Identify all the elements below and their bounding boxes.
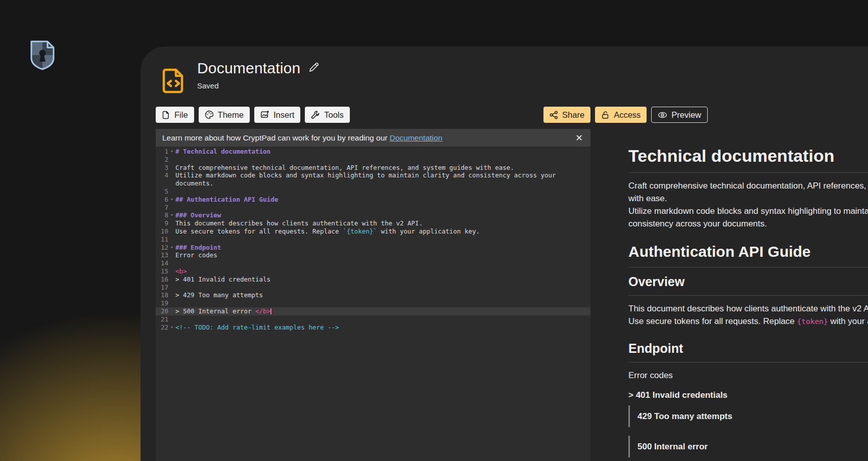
save-status: Saved bbox=[197, 81, 319, 90]
fold-gutter bbox=[168, 299, 175, 307]
fold-arrow-icon[interactable]: ▾ bbox=[168, 196, 175, 204]
editor-line[interactable]: 9This document describes how clients aut… bbox=[156, 219, 590, 227]
editor-line[interactable]: 17 bbox=[156, 284, 590, 292]
preview-heading: Endpoint bbox=[628, 341, 868, 356]
fold-arrow-icon[interactable]: ▾ bbox=[168, 324, 175, 332]
theme-button[interactable]: Theme bbox=[199, 107, 250, 123]
editor-line[interactable]: 10Use secure tokens for all requests. Re… bbox=[156, 227, 590, 236]
line-number: 5 bbox=[156, 188, 168, 196]
preview-paragraph: Error codes bbox=[628, 369, 868, 382]
fold-gutter bbox=[168, 179, 175, 188]
line-number: 11 bbox=[156, 236, 168, 244]
editor-line[interactable]: 8▾### Overview bbox=[156, 211, 590, 219]
file-button[interactable]: File bbox=[156, 107, 194, 123]
editor-line[interactable]: 13Error codes bbox=[156, 251, 590, 259]
fold-gutter bbox=[168, 315, 175, 324]
code-text: > 500 Internal error </b> bbox=[175, 307, 271, 315]
line-number: 16 bbox=[156, 275, 168, 284]
fold-gutter bbox=[168, 291, 175, 299]
page: { "colors": { "accent_button": "#fbd382"… bbox=[0, 0, 868, 461]
editor-line[interactable]: 20> 500 Internal error </b> bbox=[156, 307, 590, 315]
blockquote: 429 Too many attempts bbox=[628, 405, 868, 427]
code-editor[interactable]: 1▾# Technical documentation23Craft compr… bbox=[156, 147, 590, 461]
editor-line[interactable]: 3Craft comprehensive technical documenta… bbox=[156, 164, 590, 172]
code-text: documents. bbox=[175, 179, 213, 188]
tools-button[interactable]: Tools bbox=[305, 107, 350, 123]
editor-line[interactable]: 14 bbox=[156, 259, 590, 267]
wrench-icon bbox=[311, 110, 320, 119]
info-banner: Learn more about how CryptPad can work f… bbox=[156, 129, 590, 147]
code-text: ## Authentication API Guide bbox=[175, 196, 278, 204]
fold-gutter bbox=[168, 307, 175, 315]
fold-gutter bbox=[168, 204, 175, 212]
editor-line[interactable]: 15<b> bbox=[156, 267, 590, 275]
editor-line[interactable]: 7 bbox=[156, 204, 590, 212]
editor-line[interactable]: 6▾## Authentication API Guide bbox=[156, 196, 590, 204]
line-number: 22 bbox=[156, 324, 168, 332]
line-number: 7 bbox=[156, 204, 168, 212]
banner-text: Learn more about how CryptPad can work f… bbox=[162, 133, 390, 142]
divider bbox=[628, 295, 868, 296]
editor-line[interactable]: 21 bbox=[156, 315, 590, 324]
access-button[interactable]: Access bbox=[595, 107, 647, 123]
preview-paragraph: This document describes how clients auth… bbox=[628, 302, 868, 328]
editor-line[interactable]: 12▾### Endpoint bbox=[156, 244, 590, 252]
cryptpad-logo-icon[interactable] bbox=[28, 39, 57, 70]
fold-arrow-icon[interactable]: ▾ bbox=[168, 211, 175, 219]
document-header: Documentation Saved bbox=[162, 60, 319, 96]
insert-button[interactable]: Insert bbox=[254, 107, 300, 123]
fold-gutter bbox=[168, 219, 175, 227]
line-number: 12 bbox=[156, 244, 168, 252]
fold-gutter bbox=[168, 251, 175, 259]
fold-gutter bbox=[168, 164, 175, 172]
insert-image-icon bbox=[260, 110, 269, 119]
line-number: 15 bbox=[156, 267, 168, 275]
editor-line[interactable]: documents. bbox=[156, 179, 590, 188]
preview-heading: Overview bbox=[628, 274, 868, 289]
line-number: 10 bbox=[156, 227, 168, 236]
editor-line[interactable]: 22▾<!-- TODO: Add rate-limit examples he… bbox=[156, 324, 590, 332]
code-text: ### Endpoint bbox=[175, 244, 221, 252]
editor-line[interactable]: 11 bbox=[156, 236, 590, 244]
code-text: ### Overview bbox=[175, 211, 221, 219]
file-icon bbox=[162, 111, 170, 119]
document-title[interactable]: Documentation bbox=[197, 60, 300, 77]
fold-arrow-icon[interactable]: ▾ bbox=[168, 244, 175, 252]
preview-heading: Authentication API Guide bbox=[628, 243, 868, 261]
fold-gutter bbox=[168, 171, 175, 179]
share-button[interactable]: Share bbox=[543, 107, 590, 123]
line-number: 18 bbox=[156, 291, 168, 299]
line-number: 17 bbox=[156, 284, 168, 292]
code-file-icon bbox=[162, 68, 185, 96]
documentation-link[interactable]: Documentation bbox=[390, 133, 442, 142]
line-number: 14 bbox=[156, 259, 168, 267]
fold-gutter bbox=[168, 188, 175, 196]
code-text: > 401 Invalid credentials bbox=[175, 275, 270, 284]
unlock-icon bbox=[601, 111, 610, 119]
line-number: 9 bbox=[156, 219, 168, 227]
editor-line[interactable]: 1▾# Technical documentation bbox=[156, 148, 590, 156]
code-text: > 429 Too many attempts bbox=[175, 291, 263, 299]
edit-title-icon[interactable] bbox=[308, 62, 319, 75]
text-cursor bbox=[270, 308, 271, 314]
preview-button[interactable]: Preview bbox=[651, 107, 708, 123]
editor-line[interactable]: 5 bbox=[156, 188, 590, 196]
editor-line[interactable]: 18> 429 Too many attempts bbox=[156, 291, 590, 299]
editor-line[interactable]: 2 bbox=[156, 156, 590, 164]
editor-line[interactable]: 19 bbox=[156, 299, 590, 307]
code-text: <b> bbox=[175, 267, 187, 275]
fold-gutter bbox=[168, 259, 175, 267]
fold-gutter bbox=[168, 284, 175, 292]
code-text: Craft comprehensive technical documentat… bbox=[175, 164, 514, 172]
line-number: 20 bbox=[156, 307, 168, 315]
line-number: 13 bbox=[156, 251, 168, 259]
line-number: 3 bbox=[156, 164, 168, 172]
close-banner-icon[interactable]: ✕ bbox=[575, 133, 583, 143]
eye-icon bbox=[658, 111, 667, 119]
code-text: <!-- TODO: Add rate-limit examples here … bbox=[175, 324, 339, 332]
share-icon bbox=[550, 111, 558, 119]
line-number: 6 bbox=[156, 196, 168, 204]
editor-line[interactable]: 4Utilize markdown code blocks and syntax… bbox=[156, 171, 590, 179]
editor-line[interactable]: 16> 401 Invalid credentials bbox=[156, 275, 590, 284]
fold-arrow-icon[interactable]: ▾ bbox=[168, 148, 175, 156]
